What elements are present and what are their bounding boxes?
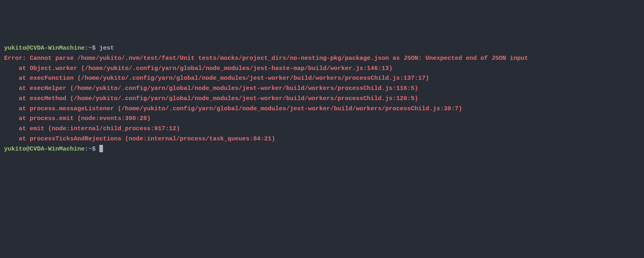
prompt-path: ~ (88, 45, 92, 52)
stack-frame: at execFunction (/home/yukito/.config/ya… (4, 74, 640, 84)
prompt-user-host: yukito@CVDA-WinMachine (4, 146, 85, 153)
stack-frame: at processTicksAndRejections (node:inter… (4, 134, 640, 144)
terminal-output[interactable]: yukito@CVDA-WinMachine:~$ jestError: Can… (4, 44, 640, 258)
prompt-path: ~ (88, 146, 92, 153)
prompt-separator: : (85, 45, 88, 52)
stack-frame: at execHelper (/home/yukito/.config/yarn… (4, 84, 640, 94)
stack-frame: at process.messageListener (/home/yukito… (4, 104, 640, 114)
prompt-line-2: yukito@CVDA-WinMachine:~$ (4, 144, 640, 155)
prompt-dollar: $ (92, 146, 99, 153)
command-text: jest (99, 45, 114, 52)
stack-frame: at process.emit (node:events:390:28) (4, 114, 640, 124)
stack-frame: at execMethod (/home/yukito/.config/yarn… (4, 94, 640, 104)
prompt-line-1: yukito@CVDA-WinMachine:~$ jest (4, 44, 640, 54)
prompt-separator: : (85, 146, 88, 153)
prompt-user-host: yukito@CVDA-WinMachine (4, 45, 85, 52)
cursor (99, 145, 103, 152)
error-header: Error: Cannot parse /home/yukito/.nvm/te… (4, 54, 640, 64)
stack-frame: at Object.worker (/home/yukito/.config/y… (4, 64, 640, 74)
stack-frame: at emit (node:internal/child_process:917… (4, 124, 640, 134)
prompt-dollar: $ (92, 45, 99, 52)
